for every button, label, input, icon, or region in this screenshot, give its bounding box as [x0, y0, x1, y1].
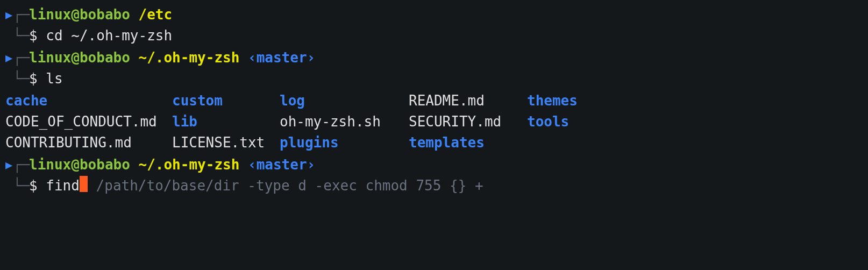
arrow-icon: ▶: [5, 154, 12, 175]
prompt-block-2: ▶ ┌─ └─ linux@bobabo ~/.oh-my-zsh ‹maste…: [5, 47, 863, 89]
ls-item: log: [280, 90, 409, 111]
user-host: linux@bobabo: [29, 6, 130, 23]
prompt-symbol: $: [29, 27, 38, 44]
box-corner-bottom: └─: [13, 68, 30, 89]
ls-item: templates: [409, 132, 527, 153]
ls-item: lib: [172, 111, 280, 132]
command-text: ls: [46, 70, 62, 87]
ls-item: CONTRIBUTING.md: [5, 132, 172, 153]
user-host: linux@bobabo: [29, 157, 130, 173]
arrow-icon: ▶: [5, 47, 12, 68]
ls-item: tools: [527, 111, 863, 132]
box-corner-top: ┌─: [13, 4, 30, 25]
ls-item: SECURITY.md: [409, 111, 527, 132]
user-host: linux@bobabo: [29, 49, 130, 66]
ls-output: cache custom log README.md themes CODE_O…: [5, 90, 863, 153]
command-line[interactable]: $ ls: [5, 68, 863, 89]
arrow-icon: ▶: [5, 4, 12, 25]
box-corner-bottom: └─: [13, 25, 30, 46]
box-corner-top: ┌─: [13, 154, 30, 175]
current-path: ~/.oh-my-zsh: [139, 49, 240, 66]
ls-item: plugins: [280, 132, 409, 153]
prompt-info-line: linux@bobabo ~/.oh-my-zsh ‹master›: [5, 154, 863, 175]
prompt-block-1: ▶ ┌─ └─ linux@bobabo /etc $ cd ~/.oh-my-…: [5, 4, 863, 46]
ls-item: [527, 132, 863, 153]
ls-item: oh-my-zsh.sh: [280, 111, 409, 132]
box-corner-bottom: └─: [13, 175, 30, 196]
command-text: cd ~/.oh-my-zsh: [46, 27, 172, 44]
command-input-line[interactable]: $ find /path/to/base/dir -type d -exec c…: [5, 175, 863, 196]
current-path: ~/.oh-my-zsh: [139, 157, 240, 173]
ls-item: README.md: [409, 90, 527, 111]
current-path: /etc: [139, 6, 173, 23]
ls-item: themes: [527, 90, 863, 111]
typed-command: find: [46, 177, 80, 194]
box-corner-top: ┌─: [13, 47, 30, 68]
prompt-symbol: $: [29, 177, 38, 194]
prompt-symbol: $: [29, 70, 38, 87]
ls-item: LICENSE.txt: [172, 132, 280, 153]
command-line[interactable]: $ cd ~/.oh-my-zsh: [5, 25, 863, 46]
git-branch: ‹master›: [248, 49, 315, 66]
prompt-block-current: ▶ ┌─ └─ linux@bobabo ~/.oh-my-zsh ‹maste…: [5, 154, 863, 196]
git-branch: ‹master›: [248, 157, 315, 173]
prompt-info-line: linux@bobabo ~/.oh-my-zsh ‹master›: [5, 47, 863, 68]
ls-item: CODE_OF_CONDUCT.md: [5, 111, 172, 132]
autosuggestion: /path/to/base/dir -type d -exec chmod 75…: [88, 177, 483, 194]
ls-item: cache: [5, 90, 172, 111]
ls-item: custom: [172, 90, 280, 111]
prompt-info-line: linux@bobabo /etc: [5, 4, 863, 25]
cursor-icon: [80, 176, 88, 192]
